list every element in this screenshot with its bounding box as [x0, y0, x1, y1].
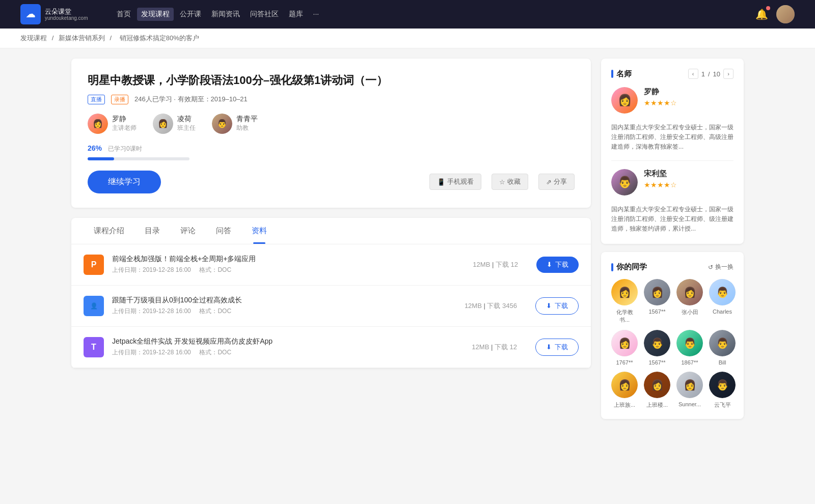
share-button[interactable]: ⇗ 分享	[538, 174, 575, 190]
divider-0	[611, 160, 734, 161]
classmate-item-0[interactable]: 👩 化学教书...	[611, 279, 638, 324]
classmates-title: 你的同学	[611, 262, 647, 272]
classmate-avatar-2: 👩	[676, 279, 703, 305]
classmate-avatar-0: 👩	[611, 279, 638, 305]
classmate-item-2[interactable]: 👩 张小田	[676, 279, 703, 324]
course-meta: 直播 录播 246人已学习 · 有效期至：2019–10–21	[88, 95, 575, 104]
breadcrumb-sep-1: /	[52, 34, 56, 42]
refresh-classmates-btn[interactable]: ↺ 换一换	[708, 263, 734, 271]
resource-icon-0: P	[84, 255, 104, 275]
tab-qa[interactable]: 问答	[206, 218, 241, 244]
main-nav: 首页 发现课程 公开课 新闻资讯 问答社区 题库 ···	[113, 8, 323, 21]
download-button-0[interactable]: ⬇ 下载	[536, 257, 579, 273]
classmate-avatar-7: 👨	[709, 330, 736, 356]
teacher-avatar-1: 👩	[153, 114, 173, 134]
teacher-desc-0: 国内某重点大学安全工程专业硕士，国家一级注册消防工程师、注册安全工程师、高级注册…	[611, 123, 734, 152]
nav-courses[interactable]: 发现课程	[137, 8, 174, 21]
logo[interactable]: ☁ 云朵课堂 yundouketang.com	[20, 4, 88, 24]
resource-item-0: P 前端全栈加强版！前端全栈+全周期+多端应用 上传日期：2019-12-28 …	[71, 244, 591, 286]
classmate-item-6[interactable]: 👨 1867**	[676, 330, 703, 366]
nav-news[interactable]: 新闻资讯	[207, 8, 244, 21]
refresh-label: 换一换	[715, 263, 734, 271]
teachers-pagination: ‹ 1/10 ›	[688, 69, 734, 79]
continue-button[interactable]: 继续学习	[88, 171, 161, 193]
breadcrumb-sep-2: /	[110, 34, 113, 42]
classmate-avatar-8: 👩	[611, 372, 638, 398]
tab-catalog[interactable]: 目录	[134, 218, 170, 244]
share-label: 分享	[554, 177, 567, 186]
teachers-card-title: 名师	[611, 69, 632, 79]
nav-qa[interactable]: 问答社区	[246, 8, 283, 21]
tab-resources[interactable]: 资料	[241, 218, 277, 244]
classmate-item-10[interactable]: 👩 Sunner...	[676, 372, 703, 409]
classmate-item-9[interactable]: 👩 上班楼...	[644, 372, 670, 409]
teacher-avatar-2: 👨	[212, 114, 232, 134]
teacher-profile-1: 👨 宋利坚 ★★★★☆	[611, 169, 734, 195]
mobile-view-button[interactable]: 📱 手机观看	[429, 174, 481, 190]
resource-item-1: 👤 跟随千万级项目从0到100全过程高效成长 上传日期：2019-12-28 1…	[71, 286, 591, 327]
logo-text-area: 云朵课堂 yundouketang.com	[45, 8, 88, 21]
resource-stats-0: 12MB | 下载 12	[473, 260, 518, 269]
teacher-profile-0: 👩 罗静 ★★★★☆	[611, 87, 734, 114]
classmate-name-2: 张小田	[682, 309, 698, 316]
resource-icon-1: 👤	[84, 296, 104, 316]
resource-title-0: 前端全栈加强版！前端全栈+全周期+多端应用	[112, 255, 465, 264]
notification-bell[interactable]: 🔔	[755, 8, 768, 20]
classmate-avatar-10: 👩	[676, 372, 703, 398]
teacher-profile-info-0: 罗静 ★★★★☆	[644, 87, 677, 107]
left-panel: 明星中教授课，小学阶段语法100分–强化级第1讲动词（一） 直播 录播 246人…	[71, 59, 591, 427]
nav-home[interactable]: 首页	[113, 8, 135, 21]
classmates-card: 你的同学 ↺ 换一换 👩 化学教书... 👩	[601, 252, 744, 419]
nav-open-course[interactable]: 公开课	[176, 8, 205, 21]
teacher-name-2: 青青平	[236, 115, 258, 124]
action-links: 📱 手机观看 ☆ 收藏 ⇗ 分享	[429, 174, 575, 190]
classmate-avatar-6: 👨	[676, 330, 703, 356]
course-title: 明星中教授课，小学阶段语法100分–强化级第1讲动词（一）	[88, 73, 575, 89]
action-row: 继续学习 📱 手机观看 ☆ 收藏 ⇗ 分享	[88, 171, 575, 193]
classmate-name-10: Sunner...	[678, 401, 701, 407]
teacher-desc-1: 国内某重点大学安全工程专业硕士，国家一级注册消防工程师、注册安全工程师、级注册建…	[611, 205, 734, 234]
classmate-name-6: 1867**	[681, 359, 698, 366]
teacher-big-avatar-1: 👨	[611, 169, 638, 195]
resource-title-2: Jetpack全组件实战 开发短视频应用高仿皮皮虾App	[112, 337, 464, 346]
teachers-row: 👩 罗静 主讲老师 👩 凌荷 班主任	[88, 114, 575, 134]
classmate-item-3[interactable]: 👨 Charles	[709, 279, 736, 324]
teacher-role-1: 班主任	[177, 124, 196, 132]
classmates-header: 你的同学 ↺ 换一换	[611, 262, 734, 272]
teacher-name-1: 凌荷	[177, 115, 196, 124]
favorite-button[interactable]: ☆ 收藏	[492, 174, 528, 190]
resource-stats-1: 12MB | 下载 3456	[465, 301, 517, 311]
download-button-2[interactable]: ⬇ 下载	[535, 339, 579, 356]
classmate-avatar-1: 👩	[644, 279, 670, 305]
tabs-card: 课程介绍 目录 评论 问答 资料 P 前端全栈加强版！前端全栈+全周期+多端应用…	[71, 218, 591, 368]
classmate-item-4[interactable]: 👩 1767**	[611, 330, 638, 366]
breadcrumb-series[interactable]: 新媒体营销系列	[59, 34, 105, 42]
classmate-item-5[interactable]: 👨 1567**	[644, 330, 670, 366]
user-avatar[interactable]	[776, 5, 795, 23]
tab-intro[interactable]: 课程介绍	[84, 218, 134, 244]
classmate-avatar-5: 👨	[644, 330, 670, 356]
classmate-name-0: 化学教书...	[611, 309, 638, 324]
teacher-role-0: 主讲老师	[112, 124, 137, 132]
tab-reviews[interactable]: 评论	[170, 218, 206, 244]
download-button-1[interactable]: ⬇ 下载	[535, 297, 579, 315]
classmate-item-8[interactable]: 👩 上班族...	[611, 372, 638, 409]
breadcrumb-courses[interactable]: 发现课程	[20, 34, 47, 42]
classmate-avatar-4: 👩	[611, 330, 638, 356]
classmate-name-5: 1567**	[648, 359, 665, 366]
resource-item-2: T Jetpack全组件实战 开发短视频应用高仿皮皮虾App 上传日期：2019…	[71, 327, 591, 368]
logo-main-text: 云朵课堂	[45, 8, 88, 16]
resource-info-1: 跟随千万级项目从0到100全过程高效成长 上传日期：2019-12-28 16:…	[112, 296, 456, 316]
nav-more[interactable]: ···	[309, 8, 323, 21]
classmate-item-11[interactable]: 👨 云飞平	[709, 372, 736, 409]
prev-teacher-btn[interactable]: ‹	[688, 69, 698, 79]
mobile-icon: 📱	[437, 178, 445, 186]
download-icon-2: ⬇	[546, 343, 552, 351]
classmate-item-1[interactable]: 👩 1567**	[644, 279, 670, 324]
nav-quiz[interactable]: 题库	[285, 8, 307, 21]
next-teacher-btn[interactable]: ›	[723, 69, 734, 79]
teachers-card: 名师 ‹ 1/10 › 👩 罗静 ★★★★☆	[601, 59, 744, 244]
breadcrumb-current: 销冠修炼术搞定80%的客户	[120, 34, 199, 42]
classmate-item-7[interactable]: 👨 Bill	[709, 330, 736, 366]
star-icon: ☆	[499, 178, 505, 186]
